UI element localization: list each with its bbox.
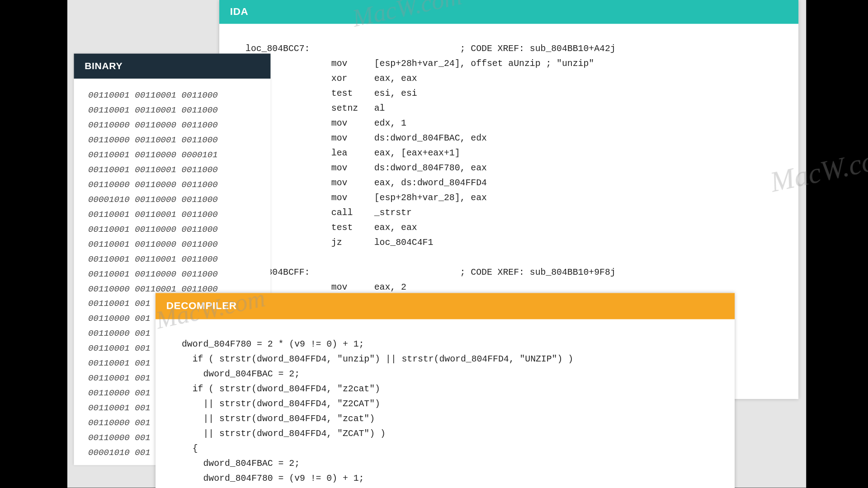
- ida-header: IDA: [219, 0, 798, 24]
- decompiler-code[interactable]: dword_804F780 = 2 * (v9 != 0) + 1; if ( …: [156, 319, 735, 488]
- binary-header: BINARY: [74, 54, 270, 79]
- decompiler-header: DECOMPILER: [156, 293, 735, 319]
- decompiler-panel: DECOMPILER dword_804F780 = 2 * (v9 != 0)…: [156, 293, 735, 488]
